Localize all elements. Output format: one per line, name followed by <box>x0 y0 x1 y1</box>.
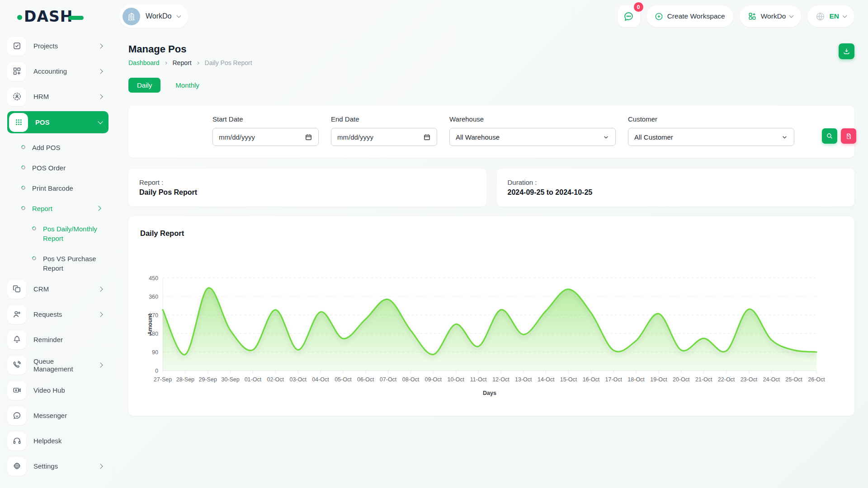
filter-card: Start Date mm/dd/yyyy End Date mm/dd/yyy… <box>128 106 854 158</box>
language-selector[interactable]: EN <box>807 5 854 27</box>
svg-text:09-Oct: 09-Oct <box>425 376 442 383</box>
svg-text:11-Oct: 11-Oct <box>470 376 487 383</box>
sidebar-item-reminder[interactable]: Reminder <box>7 329 108 350</box>
chevron-right-icon <box>98 312 103 317</box>
sidebar-item-label: Accounting <box>33 67 91 75</box>
language-label: EN <box>829 12 839 20</box>
sidebar-item-requests[interactable]: Requests <box>7 304 108 325</box>
sidebar-subitem-label: Report <box>32 204 90 213</box>
sidebar-item-queue-management[interactable]: Queue Management <box>7 354 108 375</box>
message-icon <box>7 406 26 425</box>
end-date-placeholder: mm/dd/yyyy <box>337 133 423 141</box>
main-content: Manage Pos DashboardReportDaily Pos Repo… <box>119 33 868 416</box>
bullet-icon <box>31 255 37 261</box>
chevron-down-icon <box>781 134 788 141</box>
sidebar-item-pos-order[interactable]: POS Order <box>7 158 119 178</box>
duration-card: Duration : 2024-09-25 to 2024-10-25 <box>497 169 855 206</box>
svg-text:360: 360 <box>149 294 158 300</box>
sidebar-item-report[interactable]: Report <box>7 198 119 219</box>
download-button[interactable] <box>839 43 854 59</box>
breadcrumb-separator-icon <box>196 61 201 66</box>
sidebar-item-label: Queue Management <box>33 357 91 373</box>
dash-logo[interactable]: DASH <box>17 8 119 25</box>
warehouse-select[interactable]: All Warehouse <box>449 128 616 146</box>
phone-call-icon <box>7 356 26 375</box>
notification-badge: 0 <box>634 2 643 12</box>
chevron-down-icon <box>98 119 103 124</box>
tab-monthly[interactable]: Monthly <box>167 78 208 93</box>
sidebar-item-projects[interactable]: Projects <box>7 35 108 56</box>
customer-select[interactable]: All Customer <box>628 128 794 146</box>
header-actions: 0 Create Workspace WorkDo EN <box>618 5 854 27</box>
sidebar-item-print-barcode[interactable]: Print Barcode <box>7 178 119 198</box>
sidebar-item-label: POS <box>35 118 91 126</box>
sidebar-item-label: Requests <box>33 310 91 318</box>
create-workspace-button[interactable]: Create Workspace <box>646 5 733 27</box>
svg-text:12-Oct: 12-Oct <box>492 376 509 383</box>
sidebar-item-add-pos[interactable]: Add POS <box>7 137 119 158</box>
sidebar-item-pos-daily-monthly-report[interactable]: Pos Daily/Monthly Report <box>7 219 119 249</box>
sidebar-item-pos-vs-purchase-report[interactable]: Pos VS Purchase Report <box>7 249 119 278</box>
chevron-down-icon <box>843 13 847 18</box>
report-value: Daily Pos Report <box>139 188 476 197</box>
customer-field: Customer All Customer <box>628 115 794 146</box>
svg-text:29-Sep: 29-Sep <box>199 376 217 383</box>
svg-text:24-Oct: 24-Oct <box>763 376 780 383</box>
breadcrumb: DashboardReportDaily Pos Report <box>128 59 252 66</box>
breadcrumb-report[interactable]: Report <box>173 59 192 66</box>
headset-icon <box>7 432 26 450</box>
sidebar-subitem-label: POS Order <box>32 163 107 173</box>
svg-text:05-Oct: 05-Oct <box>335 376 352 383</box>
sidebar-item-label: Messenger <box>33 412 104 419</box>
grid-add-icon <box>7 62 26 81</box>
svg-text:10-Oct: 10-Oct <box>447 376 464 383</box>
sidebar-item-label: Settings <box>33 462 91 470</box>
breadcrumb-dashboard[interactable]: Dashboard <box>128 59 160 66</box>
search-button[interactable] <box>822 128 837 144</box>
end-date-input[interactable]: mm/dd/yyyy <box>331 128 437 146</box>
sidebar-item-video-hub[interactable]: Video Hub <box>7 380 108 401</box>
warehouse-field: Warehouse All Warehouse <box>449 115 616 146</box>
warehouse-label: Warehouse <box>449 115 616 123</box>
chevron-right-icon <box>98 362 103 367</box>
svg-text:22-Oct: 22-Oct <box>718 376 735 383</box>
sidebar-item-crm[interactable]: CRM <box>7 278 108 300</box>
svg-text:23-Oct: 23-Oct <box>741 376 758 383</box>
chevron-down-icon <box>603 134 609 141</box>
start-date-input[interactable]: mm/dd/yyyy <box>212 128 319 146</box>
sidebar-item-hrm[interactable]: HRM <box>7 86 108 107</box>
workdo-menu-button[interactable]: WorkDo <box>740 5 802 27</box>
globe-icon <box>816 12 825 21</box>
chevron-right-icon <box>98 43 103 48</box>
plus-circle-icon <box>655 12 663 21</box>
sidebar-item-settings[interactable]: Settings <box>7 455 108 477</box>
svg-text:08-Oct: 08-Oct <box>402 376 420 383</box>
y-axis-title: Amount <box>147 314 153 335</box>
bullet-icon <box>20 185 26 191</box>
sidebar-item-messenger[interactable]: Messenger <box>7 405 108 426</box>
sidebar: ProjectsAccountingHRMPOSAdd POSPOS Order… <box>0 33 119 488</box>
svg-text:0: 0 <box>155 368 158 374</box>
reset-button[interactable] <box>841 128 856 144</box>
chevron-down-icon <box>176 13 181 18</box>
video-icon <box>7 381 26 400</box>
sidebar-item-accounting[interactable]: Accounting <box>7 61 108 82</box>
bullet-icon <box>31 225 37 231</box>
workspace-selector[interactable]: WorkDo <box>119 5 189 28</box>
user-scan-icon <box>7 87 26 106</box>
customer-value: All Customer <box>634 133 781 141</box>
logo-bar <box>68 16 84 20</box>
svg-text:27-Sep: 27-Sep <box>154 376 172 383</box>
breadcrumb-daily-pos-report: Daily Pos Report <box>205 59 252 66</box>
chevron-right-icon <box>98 286 103 291</box>
sidebar-item-pos[interactable]: POS <box>7 111 108 133</box>
bullet-icon <box>20 205 26 211</box>
tab-daily[interactable]: Daily <box>128 78 160 93</box>
create-workspace-label: Create Workspace <box>667 12 725 20</box>
copy-icon <box>7 280 26 299</box>
sidebar-item-helpdesk[interactable]: Helpdesk <box>7 430 108 451</box>
sidebar-item-label: HRM <box>33 93 91 100</box>
messages-button[interactable]: 0 <box>618 5 640 27</box>
x-axis-title: Days <box>483 390 496 396</box>
download-icon <box>843 47 850 55</box>
